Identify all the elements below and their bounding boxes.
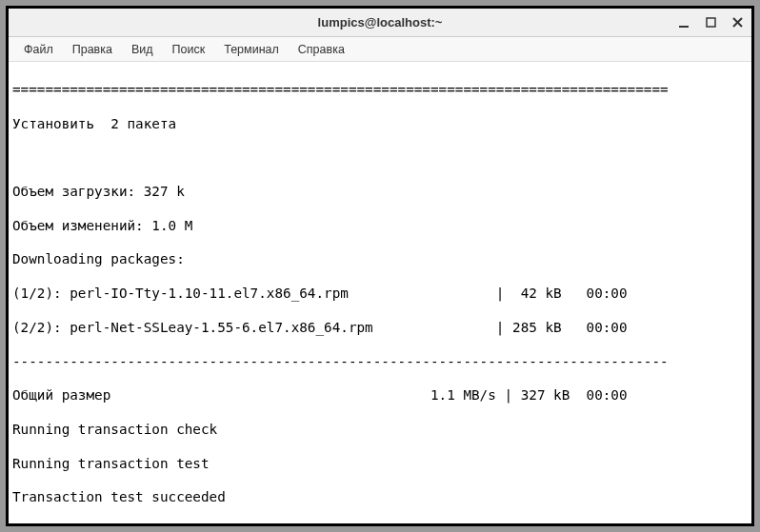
minimize-button[interactable]: [677, 16, 690, 30]
menu-view[interactable]: Вид: [124, 40, 161, 59]
close-icon: [732, 17, 743, 28]
blank-line: [12, 149, 748, 167]
separator-line: ========================================…: [12, 82, 748, 99]
menu-file[interactable]: Файл: [16, 40, 61, 59]
install-summary: Установить 2 пакета: [12, 116, 748, 133]
titlebar: lumpics@localhost:~: [9, 9, 751, 37]
menu-terminal[interactable]: Терминал: [216, 40, 287, 59]
download-size: Объем загрузки: 327 k: [12, 184, 748, 201]
maximize-button[interactable]: [704, 16, 717, 30]
maximize-icon: [706, 17, 716, 28]
change-size: Объем изменений: 1.0 M: [12, 218, 748, 235]
minimize-icon: [678, 17, 690, 29]
transaction-check: Running transaction check: [12, 422, 748, 439]
menu-edit[interactable]: Правка: [65, 40, 120, 59]
svg-rect-1: [707, 18, 715, 27]
menubar: Файл Правка Вид Поиск Терминал Справка: [9, 37, 751, 62]
window-title: lumpics@localhost:~: [318, 15, 443, 30]
total-line: Общий размер 1.1 MB/s | 327 kB 00:00: [12, 387, 748, 404]
package-line: (2/2): perl-Net-SSLeay-1.55-6.el7.x86_64…: [12, 320, 748, 337]
terminal-output[interactable]: ========================================…: [9, 62, 751, 523]
package-line: (1/2): perl-IO-Tty-1.10-11.el7.x86_64.rp…: [12, 286, 748, 303]
terminal-window: lumpics@localhost:~ Файл Правка Вид Поис…: [6, 6, 754, 526]
downloading-label: Downloading packages:: [12, 251, 748, 268]
transaction-test-ok: Transaction test succeeded: [12, 489, 748, 506]
menu-help[interactable]: Справка: [290, 40, 352, 59]
menu-search[interactable]: Поиск: [165, 40, 213, 59]
titlebar-buttons: [677, 16, 744, 30]
close-button[interactable]: [730, 16, 744, 30]
dash-line: ----------------------------------------…: [12, 354, 748, 371]
transaction-test: Running transaction test: [12, 456, 748, 473]
